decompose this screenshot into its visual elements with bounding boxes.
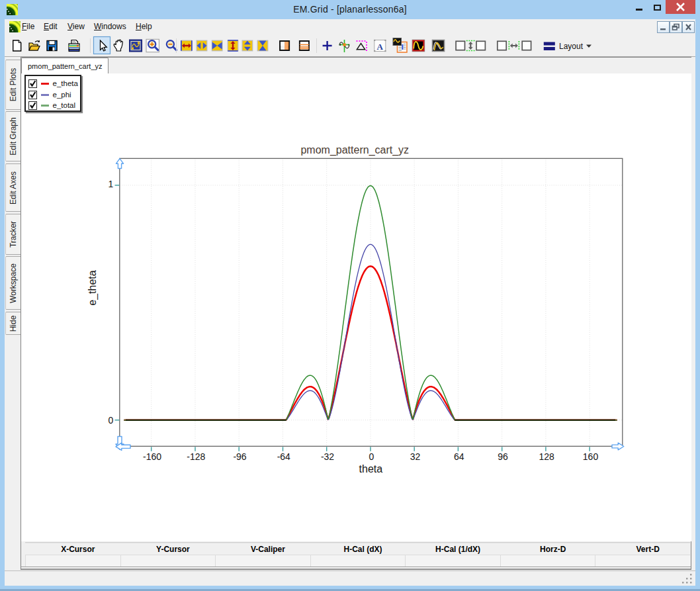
svg-text:-32: -32 [321,451,334,462]
svg-text:Layout: Layout [559,42,584,51]
svg-text:0: 0 [109,415,114,426]
svg-text:-96: -96 [233,451,246,462]
svg-text:theta: theta [359,463,383,475]
svg-text:-160: -160 [143,451,161,462]
svg-text:-128: -128 [187,451,205,462]
svg-text:32: 32 [410,451,421,462]
svg-text:128: 128 [539,451,555,462]
svg-text:64: 64 [454,451,464,462]
svg-text:A: A [377,42,384,52]
svg-text:e_theta: e_theta [87,270,99,305]
svg-text:160: 160 [583,451,599,462]
svg-text:1: 1 [109,179,114,189]
svg-text:96: 96 [498,451,508,462]
svg-text:0: 0 [369,451,374,462]
svg-text:pmom_pattern_cart_yz: pmom_pattern_cart_yz [300,144,409,156]
svg-text:-64: -64 [277,451,290,462]
